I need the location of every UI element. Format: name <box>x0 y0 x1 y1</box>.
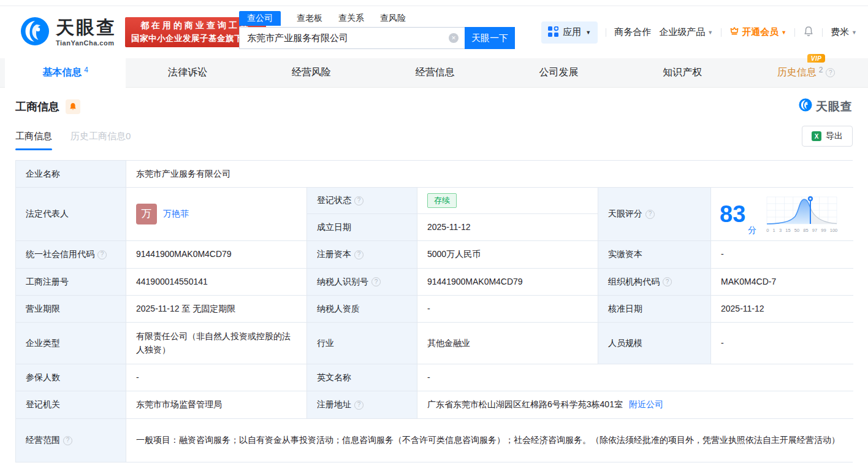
watermark-logo: 天眼查 <box>799 98 853 115</box>
business-info-table: 企业名称 东莞市产业服务有限公司 法定代表人 万 万艳菲 登记状态 ? 存续 成… <box>15 160 853 462</box>
excel-icon: X <box>812 131 821 141</box>
nav-cooperation[interactable]: 商务合作 <box>614 26 651 38</box>
apps-menu[interactable]: 应用 ▼ <box>541 21 598 44</box>
nav-divider <box>822 28 823 37</box>
enterprise-products-label: 企业级产品 <box>659 26 705 38</box>
question-icon[interactable]: ? <box>97 250 107 259</box>
tab-history-info[interactable]: 历史信息 2 ? VIP <box>744 58 868 87</box>
industry-value: 其他金融业 <box>417 323 598 364</box>
question-icon[interactable]: ? <box>663 277 672 286</box>
nav-divider <box>794 28 795 37</box>
chevron-down-icon: ▼ <box>585 29 591 36</box>
staff-size-label: 人员规模 <box>598 323 711 364</box>
org-code-value: MAK0M4CD-7 <box>711 269 853 296</box>
business-term-value: 2025-11-12 至 无固定期限 <box>126 296 307 323</box>
nav-open-vip[interactable]: 开通会员 ▼ <box>729 26 786 38</box>
nav-divider <box>721 28 721 37</box>
export-button[interactable]: X 导出 <box>802 126 853 147</box>
reg-address-label: 注册地址 ? <box>307 391 417 419</box>
score-label: 天眼评分 ? <box>598 188 711 241</box>
username-label: 费米 <box>831 26 849 38</box>
tick-3: 3 <box>779 227 782 234</box>
reg-capital-label-text: 注册资本 <box>317 248 351 261</box>
tianyancha-company-page: 天眼查 TianYanCha.com 都在用的商业查询工具 国家中小企业发展子基… <box>0 0 868 468</box>
search-tab-company[interactable]: 查公司 <box>239 11 281 26</box>
site-logo[interactable]: 天眼查 TianYanCha.com <box>20 17 116 48</box>
paid-capital-value: - <box>711 241 853 269</box>
tab-company-development-label: 公司发展 <box>539 66 578 79</box>
tab-basic-info-count: 4 <box>84 66 88 74</box>
tick-0: 0 <box>766 227 769 234</box>
question-icon[interactable]: ? <box>354 401 364 410</box>
chevron-down-icon: ▼ <box>707 29 713 36</box>
staff-size-value: - <box>711 323 853 364</box>
business-scope-value: 一般项目：融资咨询服务；以自有资金从事投资活动；信息咨询服务（不含许可类信息咨询… <box>126 419 853 462</box>
nearby-companies-link[interactable]: 附近公司 <box>629 398 663 412</box>
top-divider <box>0 0 868 6</box>
export-label: 导出 <box>826 131 843 142</box>
reg-capital-value: 5000万人民币 <box>417 241 598 269</box>
search-button[interactable]: 天眼一下 <box>465 27 515 49</box>
question-icon[interactable]: ? <box>826 68 835 77</box>
search-tab-relation[interactable]: 查关系 <box>338 11 364 26</box>
taxpayer-quality-label: 纳税人资质 <box>307 296 417 323</box>
reg-authority-value: 东莞市市场监督管理局 <box>126 391 307 419</box>
question-icon[interactable]: ? <box>354 250 364 259</box>
notification-bell-icon[interactable] <box>803 26 814 39</box>
legal-rep-avatar[interactable]: 万 <box>136 204 157 224</box>
tab-operating-info[interactable]: 经营信息 <box>373 58 497 87</box>
watermark-text: 天眼查 <box>816 99 853 115</box>
org-code-label-text: 组织机构代码 <box>608 275 660 289</box>
user-menu[interactable]: 费米 ▼ <box>831 26 857 38</box>
company-name-label: 企业名称 <box>16 161 126 188</box>
tab-legal-lawsuits-label: 法律诉讼 <box>168 66 207 79</box>
subscribe-bell-icon[interactable] <box>66 99 80 114</box>
crown-icon <box>729 27 739 38</box>
tab-company-development[interactable]: 公司发展 <box>497 58 620 87</box>
address-text: 广东省东莞市松山湖园区红棉路6号科学苑3栋401室 <box>427 398 623 412</box>
paid-capital-label: 实缴资本 <box>598 241 711 269</box>
insured-count-label: 参保人数 <box>16 364 126 391</box>
vip-badge: VIP <box>807 54 826 63</box>
section-header: 工商信息 天眼查 <box>15 98 853 115</box>
question-icon[interactable]: ? <box>645 210 655 219</box>
search-tab-risk[interactable]: 查风险 <box>380 11 406 26</box>
taxpayer-id-label: 纳税人识别号 ? <box>307 269 417 296</box>
site-header: 天眼查 TianYanCha.com 都在用的商业查询工具 国家中小企业发展子基… <box>0 6 868 58</box>
top-nav: 应用 ▼ 商务合作 企业级产品 ▼ 开通会员 ▼ <box>541 21 857 44</box>
subtab-history-business-info[interactable]: 历史工商信息0 <box>70 131 131 150</box>
score-unit: 分 <box>748 224 756 237</box>
nav-enterprise-products[interactable]: 企业级产品 ▼ <box>659 26 713 38</box>
tab-operating-risk-label: 经营风险 <box>292 66 331 79</box>
tab-basic-info[interactable]: 基本信息 4 <box>5 58 126 88</box>
question-icon[interactable]: ? <box>371 277 381 286</box>
subtab-row: 工商信息 历史工商信息0 X 导出 <box>15 126 853 150</box>
approval-date-label: 核准日期 <box>598 296 711 323</box>
tick-97: 97 <box>812 227 817 234</box>
reg-address-label-text: 注册地址 <box>317 398 351 412</box>
question-icon[interactable]: ? <box>354 196 364 205</box>
subtab-business-info[interactable]: 工商信息 <box>15 131 52 150</box>
section-title: 工商信息 <box>15 99 59 114</box>
clear-search-icon[interactable]: ✕ <box>449 33 459 43</box>
tab-legal-lawsuits[interactable]: 法律诉讼 <box>126 58 249 87</box>
status-badge: 存续 <box>427 193 457 208</box>
company-tab-bar: 基本信息 4 法律诉讼 经营风险 经营信息 公司发展 知识产权 历史信息 2 ?… <box>0 58 868 88</box>
tab-intellectual-property[interactable]: 知识产权 <box>620 58 744 87</box>
content-area: 工商信息 天眼查 工商信息 历史工商信息0 X 导出 企业名称 东莞市产业 <box>0 98 868 462</box>
legal-rep-name-link[interactable]: 万艳菲 <box>163 207 189 221</box>
search-tab-boss[interactable]: 查老板 <box>297 11 322 26</box>
question-icon[interactable]: ? <box>63 436 72 445</box>
tick-99: 99 <box>821 227 826 234</box>
legal-rep-value: 万 万艳菲 <box>126 188 307 241</box>
score-axis-ticks: 0 1 3 15 50 85 97 99 100 <box>766 227 837 234</box>
tianyancha-swirl-icon <box>799 98 812 115</box>
search-input[interactable] <box>239 27 465 49</box>
tab-operating-info-label: 经营信息 <box>416 66 455 79</box>
english-name-label: 英文名称 <box>307 364 417 391</box>
brand-domain: TianYanCha.com <box>56 39 116 47</box>
reg-status-label-text: 登记状态 <box>317 194 351 207</box>
company-type-value: 有限责任公司（非自然人投资或控股的法人独资） <box>126 323 307 364</box>
reg-capital-label: 注册资本 ? <box>307 241 417 269</box>
tab-operating-risk[interactable]: 经营风险 <box>249 58 373 87</box>
